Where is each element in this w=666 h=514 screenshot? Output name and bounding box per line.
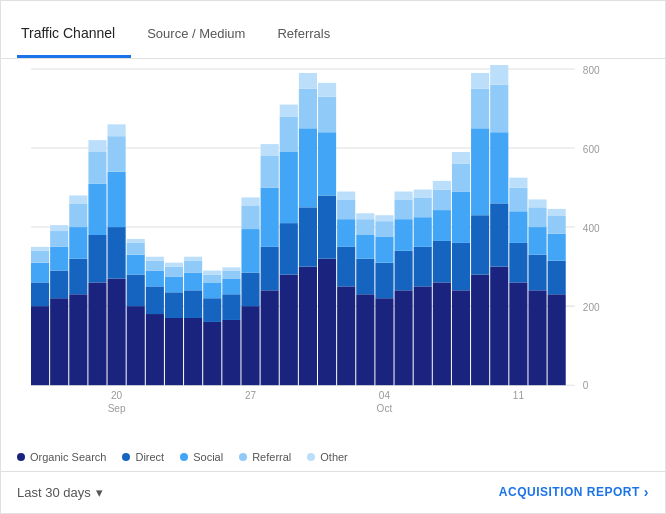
tab-bar: Traffic Channel Source / Medium Referral… [1,1,665,59]
svg-rect-83 [299,88,317,128]
social-dot [180,453,188,461]
svg-rect-97 [356,235,374,259]
svg-rect-72 [261,187,279,246]
svg-rect-48 [165,266,183,276]
referral-dot [239,453,247,461]
svg-rect-30 [108,278,126,385]
svg-rect-52 [184,272,202,290]
svg-rect-104 [375,215,393,221]
card-footer: Last 30 days ▾ ACQUISITION REPORT › [1,471,665,513]
legend-organic-label: Organic Search [30,451,106,463]
svg-rect-29 [88,140,106,152]
svg-rect-145 [548,294,566,385]
svg-rect-149 [548,209,566,216]
svg-rect-24 [69,195,87,203]
svg-rect-125 [471,274,489,385]
date-range-selector[interactable]: Last 30 days ▾ [17,485,103,500]
legend-direct-label: Direct [135,451,164,463]
svg-rect-85 [318,258,336,384]
svg-rect-39 [127,239,145,243]
svg-rect-110 [414,286,432,385]
svg-rect-70 [261,290,279,385]
svg-rect-12 [31,262,49,282]
svg-rect-19 [50,225,68,231]
svg-rect-81 [299,207,317,266]
svg-rect-32 [108,171,126,226]
svg-rect-119 [433,181,451,190]
svg-rect-64 [222,267,240,270]
tab-source-medium[interactable]: Source / Medium [131,12,261,58]
acquisition-report-label: ACQUISITION REPORT [499,485,640,499]
svg-rect-79 [280,104,298,116]
legend-direct: Direct [122,451,164,463]
svg-rect-54 [184,256,202,260]
svg-rect-82 [299,128,317,207]
svg-rect-27 [88,183,106,234]
svg-rect-127 [471,128,489,215]
svg-rect-107 [395,219,413,251]
tab-traffic-channel[interactable]: Traffic Channel [17,11,131,58]
svg-rect-37 [127,254,145,274]
svg-rect-84 [299,73,317,89]
svg-rect-13 [31,250,49,262]
svg-rect-87 [318,132,336,195]
svg-rect-138 [509,187,527,211]
svg-rect-118 [433,189,451,210]
svg-rect-90 [337,286,355,385]
tab-referrals[interactable]: Referrals [261,12,346,58]
svg-rect-15 [50,298,68,385]
svg-rect-33 [108,136,126,172]
svg-rect-139 [509,177,527,187]
svg-rect-147 [548,233,566,260]
svg-rect-69 [241,197,259,205]
svg-rect-51 [184,290,202,318]
svg-rect-134 [490,65,508,85]
svg-rect-144 [528,199,546,207]
svg-text:04: 04 [379,390,391,401]
svg-rect-23 [69,203,87,227]
svg-rect-67 [241,229,259,272]
svg-rect-120 [452,290,470,385]
svg-rect-42 [146,270,164,286]
svg-text:0: 0 [583,380,589,391]
svg-rect-86 [318,195,336,258]
legend-other: Other [307,451,348,463]
svg-rect-74 [261,144,279,156]
svg-rect-53 [184,260,202,272]
svg-rect-73 [261,156,279,188]
chevron-right-icon: › [644,484,649,500]
svg-rect-55 [203,322,221,385]
svg-rect-43 [146,260,164,270]
other-dot [307,453,315,461]
svg-rect-31 [108,227,126,278]
svg-text:600: 600 [583,143,600,154]
svg-rect-111 [414,247,432,287]
svg-rect-99 [356,213,374,219]
svg-rect-98 [356,219,374,235]
svg-rect-65 [241,306,259,385]
svg-rect-44 [146,256,164,260]
svg-text:27: 27 [245,390,257,401]
organic-dot [17,453,25,461]
svg-rect-60 [222,320,240,385]
svg-rect-89 [318,83,336,97]
svg-rect-101 [375,262,393,298]
svg-rect-26 [88,235,106,282]
svg-rect-137 [509,211,527,243]
svg-rect-21 [69,258,87,294]
svg-rect-45 [165,318,183,385]
svg-rect-106 [395,250,413,290]
svg-rect-10 [31,306,49,385]
svg-rect-40 [146,314,164,385]
svg-rect-41 [146,286,164,314]
svg-rect-78 [280,116,298,152]
svg-rect-114 [414,189,432,197]
svg-rect-105 [395,290,413,385]
svg-rect-46 [165,292,183,318]
acquisition-report-link[interactable]: ACQUISITION REPORT › [499,484,649,500]
svg-rect-16 [50,270,68,298]
svg-rect-109 [395,191,413,199]
svg-rect-94 [337,191,355,199]
svg-rect-59 [203,270,221,274]
svg-rect-62 [222,278,240,294]
